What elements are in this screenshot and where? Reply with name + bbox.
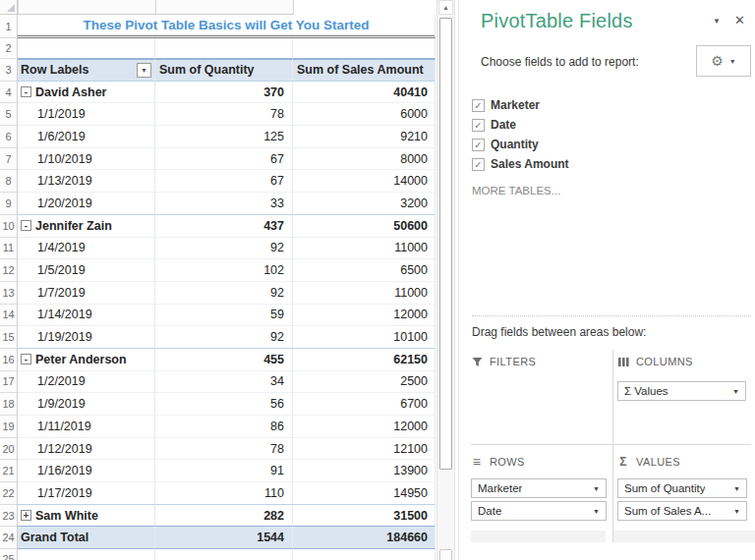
cell-row-label[interactable]: ▼ (18, 38, 155, 59)
expand-collapse-icon[interactable]: - (21, 354, 31, 364)
row-number[interactable]: 21 (0, 460, 18, 482)
vertical-scrollbar[interactable]: ▲ (436, 0, 455, 560)
cell-row-label[interactable]: 1/12/2019 ▼ (18, 438, 155, 461)
cell-quantity[interactable]: 91 (155, 460, 293, 482)
cell-row-label[interactable]: 1/11/2019 ▼ (18, 416, 155, 438)
row-number[interactable]: 4 (0, 82, 18, 104)
field-list-item[interactable]: ✓ Quantity (472, 135, 569, 154)
cell-row-label[interactable]: 1/17/2019 ▼ (18, 482, 155, 505)
scrollbar-thumb[interactable] (439, 18, 452, 470)
row-number[interactable]: 24 (0, 527, 18, 549)
cell-sales-amount[interactable]: 14950 (293, 482, 436, 505)
cell-row-label[interactable]: 1/19/2019 ▼ (18, 326, 155, 349)
cell-row-label[interactable]: - Jennifer Zain ▼ (18, 215, 155, 238)
cell-quantity[interactable]: 455 (155, 349, 293, 371)
cell-quantity[interactable]: 33 (155, 193, 293, 215)
cell-quantity[interactable]: 56 (155, 393, 293, 416)
row-number[interactable]: 22 (0, 482, 18, 505)
expand-collapse-icon[interactable]: + (21, 510, 31, 521)
cell-row-label[interactable]: Grand Total ▼ (18, 527, 155, 549)
cell-quantity[interactable]: 86 (155, 416, 293, 438)
cell-sales-amount[interactable]: 6700 (293, 393, 436, 416)
row-number[interactable]: 14 (0, 305, 18, 327)
cell-sales-amount[interactable]: 3200 (293, 193, 436, 215)
scroll-down-button[interactable] (439, 549, 452, 560)
row-number[interactable]: 23 (0, 505, 18, 528)
cell-quantity[interactable]: 92 (155, 238, 293, 260)
checkbox-checked-icon[interactable]: ✓ (472, 139, 485, 151)
cell-sales-amount[interactable]: 6500 (293, 259, 436, 282)
field-box[interactable]: Σ Values▼ (617, 381, 746, 401)
cell-row-label[interactable]: 1/14/2019 ▼ (18, 305, 155, 327)
field-box[interactable]: Sum of Sales A...▼ (617, 501, 747, 521)
cell-sales-amount[interactable]: 62150 (293, 349, 436, 371)
cell-row-label[interactable]: 1/13/2019 ▼ (18, 170, 155, 193)
field-box[interactable]: Marketer▼ (471, 478, 607, 498)
chevron-down-icon[interactable]: ▼ (732, 388, 739, 395)
cell-quantity[interactable]: 437 (155, 215, 293, 238)
cell-sales-amount[interactable]: 13900 (293, 460, 436, 482)
cell-row-label[interactable]: 1/20/2019 ▼ (18, 193, 155, 215)
row-number[interactable]: 9 (0, 193, 18, 215)
cell-sales-amount[interactable]: 12100 (293, 438, 436, 461)
cell-quantity[interactable]: 92 (155, 326, 293, 349)
cell-sales-amount[interactable]: 2500 (293, 371, 436, 394)
cell-row-label[interactable]: These Pivot Table Basics will Get You St… (18, 15, 436, 38)
row-number[interactable]: 7 (0, 148, 18, 171)
cell-row-label[interactable]: - David Asher ▼ (18, 82, 155, 104)
column-header[interactable] (19, 0, 156, 15)
cell-sales-amount[interactable]: 11000 (293, 282, 436, 305)
row-number[interactable]: 5 (0, 103, 18, 126)
row-number[interactable]: 6 (0, 126, 18, 148)
field-list-item[interactable]: ✓ Marketer (472, 95, 569, 115)
cell-row-label[interactable]: 1/5/2019 ▼ (18, 259, 155, 282)
cell-quantity[interactable]: 67 (155, 170, 293, 193)
row-number[interactable]: 10 (0, 215, 18, 238)
cell-row-label[interactable]: 1/4/2019 ▼ (18, 238, 155, 260)
pane-close-icon[interactable]: ✕ (734, 13, 745, 28)
cell-row-label[interactable]: 1/16/2019 ▼ (18, 460, 155, 482)
scroll-up-button[interactable]: ▲ (438, 0, 453, 15)
row-number[interactable]: 19 (0, 416, 18, 438)
filters-area[interactable]: FILTERS (471, 352, 606, 381)
cell-sales-amount[interactable]: 9210 (293, 126, 436, 148)
row-number[interactable]: 11 (0, 238, 18, 260)
checkbox-checked-icon[interactable]: ✓ (472, 99, 485, 112)
cell-quantity[interactable]: 92 (155, 282, 293, 305)
field-box[interactable]: Sum of Quantity▼ (617, 478, 747, 498)
row-number[interactable]: 15 (0, 326, 18, 349)
cell-sales-amount[interactable]: Sum of Sales Amount (293, 59, 436, 82)
cell-sales-amount[interactable]: 12000 (293, 416, 436, 438)
cell-quantity[interactable]: 78 (155, 438, 293, 461)
chevron-down-icon[interactable]: ▼ (593, 508, 600, 515)
cell-quantity[interactable]: 125 (155, 126, 293, 148)
cell-quantity[interactable]: 67 (155, 148, 293, 171)
row-number[interactable]: 2 (0, 38, 18, 59)
cell-quantity[interactable]: 78 (155, 103, 293, 126)
cell-sales-amount[interactable]: 8000 (293, 148, 436, 171)
cell-quantity[interactable]: Sum of Quantity (155, 59, 293, 82)
cell-quantity[interactable]: 1544 (155, 527, 293, 549)
cell-quantity[interactable] (155, 549, 293, 560)
chevron-down-icon[interactable]: ▼ (593, 485, 600, 492)
cell-sales-amount[interactable]: 31500 (293, 505, 436, 528)
row-number[interactable]: 16 (0, 349, 18, 371)
cell-row-label[interactable]: 1/9/2019 ▼ (18, 393, 155, 416)
field-list-item[interactable]: ✓ Sales Amount (472, 154, 569, 174)
chevron-down-icon[interactable]: ▼ (733, 485, 740, 492)
row-number[interactable]: 20 (0, 438, 18, 461)
cell-row-label[interactable]: Row Labels ▼ (18, 59, 155, 82)
more-tables-link[interactable]: MORE TABLES... (472, 185, 560, 196)
row-number[interactable]: 17 (0, 371, 18, 394)
row-number[interactable]: 3 (0, 59, 18, 82)
pane-options-chevron-icon[interactable]: ▼ (713, 17, 721, 26)
cell-sales-amount[interactable]: 11000 (293, 238, 436, 260)
row-labels-filter-button[interactable]: ▼ (137, 63, 151, 78)
cell-sales-amount[interactable]: 14000 (293, 170, 436, 193)
columns-area[interactable]: COLUMNS Σ Values▼ (617, 352, 746, 404)
cell-row-label[interactable]: 1/10/2019 ▼ (18, 148, 155, 171)
select-all-corner[interactable] (0, 0, 18, 15)
cell-sales-amount[interactable] (293, 549, 436, 560)
cell-quantity[interactable]: 282 (155, 505, 293, 528)
cell-sales-amount[interactable]: 40410 (293, 82, 436, 104)
